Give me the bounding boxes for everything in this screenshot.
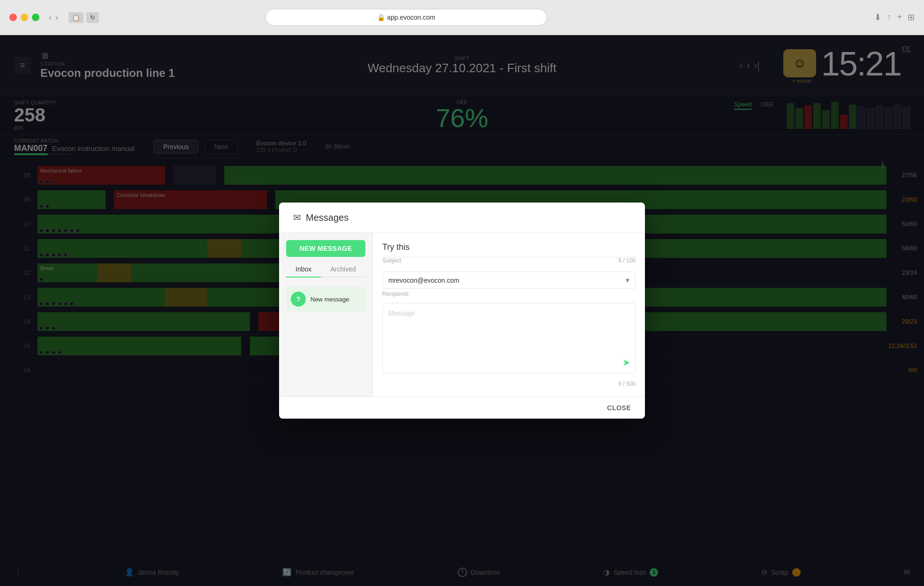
subject-label: Subject <box>382 257 401 264</box>
message-placeholder: Message <box>388 309 415 317</box>
inbox-tab[interactable]: Inbox <box>286 262 321 278</box>
modal-overlay: ✉ Messages NEW MESSAGE Inbox Archived ? … <box>0 35 924 586</box>
recipient-email: mrevocon@evocon.com <box>388 277 626 284</box>
modal-body: NEW MESSAGE Inbox Archived ? New message <box>279 233 645 397</box>
forward-icon[interactable]: › <box>55 13 58 23</box>
maximize-button[interactable] <box>32 14 39 21</box>
browser-tabs: 📋 ↻ <box>68 12 99 23</box>
add-tab-icon[interactable]: + <box>897 12 902 23</box>
modal-footer: CLOSE <box>279 397 645 419</box>
message-item-new[interactable]: ? New message <box>286 287 365 311</box>
char-count: 0 / 500 <box>382 381 636 387</box>
browser-actions: ⬇ ↑ + ⊞ <box>874 12 915 23</box>
tab-row: Inbox Archived <box>286 262 365 278</box>
message-list: ? New message <box>286 287 365 311</box>
share-icon[interactable]: ↑ <box>887 12 891 23</box>
close-button[interactable]: CLOSE <box>607 404 631 412</box>
send-button[interactable]: ➤ <box>622 357 630 368</box>
subject-input[interactable] <box>382 242 636 257</box>
close-button[interactable] <box>9 14 17 21</box>
url-text: app.evocon.com <box>387 14 435 21</box>
recipient-row[interactable]: mrevocon@evocon.com ▾ <box>382 271 636 289</box>
recipient-section: mrevocon@evocon.com ▾ Recipients <box>382 271 636 297</box>
dropdown-icon[interactable]: ▾ <box>626 276 629 285</box>
compose-area: Subject 8 / 100 mrevocon@evocon.com ▾ Re… <box>373 233 645 397</box>
recipient-label: Recipients <box>382 291 636 297</box>
traffic-lights <box>9 14 39 21</box>
grid-icon[interactable]: ⊞ <box>908 12 915 23</box>
minimize-button[interactable] <box>21 14 28 21</box>
back-icon[interactable]: ‹ <box>49 13 52 23</box>
browser-tab-2[interactable]: ↻ <box>86 12 99 23</box>
browser-chrome: ‹ › 📋 ↻ 🔒 app.evocon.com ⬇ ↑ + ⊞ <box>0 0 924 35</box>
subject-section: Subject 8 / 100 <box>382 242 636 266</box>
browser-tab-1[interactable]: 📋 <box>68 12 83 23</box>
download-icon[interactable]: ⬇ <box>874 12 881 23</box>
message-area[interactable]: Message ➤ <box>382 303 636 373</box>
address-bar[interactable]: 🔒 app.evocon.com <box>265 9 547 26</box>
modal-title: Messages <box>306 212 348 223</box>
lock-icon: 🔒 <box>377 14 385 21</box>
subject-row: Subject 8 / 100 <box>382 257 636 264</box>
message-name: New message <box>311 296 349 303</box>
message-avatar: ? <box>291 292 306 307</box>
app: ≡ 🖥 STATION Evocon production line 1 SHI… <box>0 35 924 586</box>
messages-modal: ✉ Messages NEW MESSAGE Inbox Archived ? … <box>279 203 645 419</box>
modal-sidebar: NEW MESSAGE Inbox Archived ? New message <box>279 233 373 397</box>
modal-mail-icon: ✉ <box>293 212 301 223</box>
subject-count: 8 / 100 <box>618 257 636 264</box>
new-message-button[interactable]: NEW MESSAGE <box>286 240 365 257</box>
archived-tab[interactable]: Archived <box>321 262 365 278</box>
modal-header: ✉ Messages <box>279 203 645 233</box>
browser-nav: ‹ › <box>49 13 58 23</box>
